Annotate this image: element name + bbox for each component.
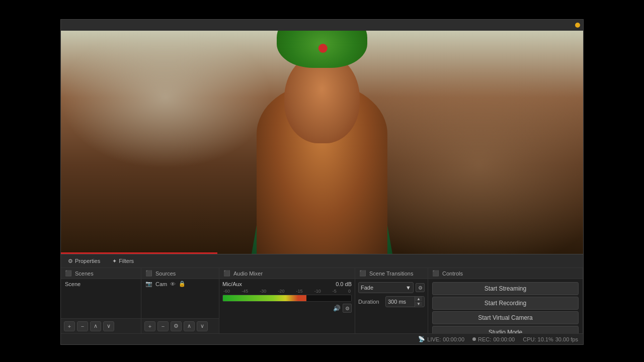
cpu-status: CPU: 10.1% 30.00 fps: [523, 336, 578, 342]
rec-label: REC:: [478, 336, 491, 342]
transitions-panel-icon: ⬛: [359, 270, 366, 277]
sources-panel-icon: ⬛: [145, 270, 152, 277]
duration-down-button[interactable]: ▼: [415, 302, 422, 307]
scenes-panel-icon: ⬛: [65, 270, 72, 277]
camera-feed: [61, 31, 583, 254]
transitions-settings: Fade ▼ ⚙ Duration 300 ms: [355, 279, 428, 310]
audio-channel-header: Mic/Aux 0.0 dB: [222, 281, 352, 287]
duration-value: 300 ms: [388, 299, 406, 305]
preview-progress-bar: [61, 252, 217, 254]
transition-type-chevron: ▼: [406, 285, 411, 291]
controls-panel: ⬛ Controls Start Streaming Start Recordi…: [428, 268, 583, 333]
audio-panel-content: Mic/Aux 0.0 dB -60 -45 -30 -20 -15 -10 -…: [219, 279, 355, 333]
meter-scale: -60 -45 -30 -20 -15 -10 -5 0: [222, 289, 352, 294]
source-eye-icon[interactable]: 👁: [170, 281, 176, 287]
source-settings-button[interactable]: ⚙: [171, 321, 182, 331]
rec-status: REC: 00:00:00: [472, 336, 515, 342]
duration-spinners: ▲ ▼: [415, 297, 422, 307]
live-label: LIVE:: [427, 336, 441, 342]
duration-label: Duration: [358, 299, 383, 305]
rec-dot: [472, 337, 476, 341]
audio-panel-icon: ⬛: [223, 270, 230, 277]
preview-area: [61, 31, 583, 254]
title-bar: [61, 20, 583, 31]
source-gear-icon: ⚙: [174, 323, 179, 329]
scenes-header-label: Scenes: [75, 270, 94, 277]
studio-mode-button[interactable]: Studio Mode: [432, 326, 579, 333]
panels-row: ⬛ Scenes Scene + − ∧: [61, 268, 583, 333]
audio-level-meter: [222, 295, 352, 302]
remove-scene-button[interactable]: −: [77, 321, 88, 331]
audio-controls: 🔊 ⚙: [222, 304, 352, 313]
move-scene-up-button[interactable]: ∧: [90, 321, 101, 331]
transition-type-select[interactable]: Fade ▼: [358, 282, 414, 293]
live-status: 📡 LIVE: 00:00:00: [418, 336, 464, 342]
transition-settings-button[interactable]: ⚙: [416, 283, 425, 292]
mic-channel-db: 0.0 dB: [336, 281, 352, 287]
audio-settings-button[interactable]: ⚙: [343, 304, 352, 313]
sources-header-label: Sources: [155, 270, 176, 277]
move-scene-down-button[interactable]: ∨: [103, 321, 114, 331]
transition-type-value: Fade: [361, 285, 373, 291]
transition-gear-icon: ⚙: [418, 285, 423, 291]
remove-source-button[interactable]: −: [157, 321, 169, 331]
audio-channel-mic: Mic/Aux 0.0 dB -60 -45 -30 -20 -15 -10 -…: [219, 279, 355, 315]
audio-panel-header: ⬛ Audio Mixer: [219, 268, 355, 279]
transitions-panel-content: Fade ▼ ⚙ Duration 300 ms: [355, 279, 428, 333]
transitions-header-label: Scene Transitions: [369, 270, 413, 277]
status-bar: 📡 LIVE: 00:00:00 REC: 00:00:00 CPU: 10.1…: [61, 333, 583, 344]
filters-label: Filters: [119, 258, 134, 264]
mute-button[interactable]: 🔊: [333, 305, 341, 312]
controls-panel-content: Start Streaming Start Recording Start Vi…: [428, 279, 583, 333]
bottom-panels: ⚙ Properties ✦ Filters ⬛ Scenes Scene: [61, 254, 583, 344]
duration-up-button[interactable]: ▲: [415, 297, 422, 302]
obs-window: ⚙ Properties ✦ Filters ⬛ Scenes Scene: [60, 19, 584, 345]
rec-time: 00:00:00: [493, 336, 515, 342]
live-time: 00:00:00: [443, 336, 464, 342]
scenes-panel-header: ⬛ Scenes: [61, 268, 141, 279]
mic-channel-name: Mic/Aux: [222, 281, 242, 287]
camera-source-icon: 📷: [145, 281, 152, 287]
properties-icon: ⚙: [68, 258, 73, 264]
hat-flower: [318, 44, 328, 53]
wifi-icon: 📡: [418, 336, 425, 342]
scenes-toolbar: + − ∧ ∨: [61, 318, 141, 333]
sources-toolbar: + − ⚙ ∧ ∨: [141, 318, 219, 333]
sources-panel: ⬛ Sources 📷 Cam 👁 🔒 + −: [141, 268, 219, 333]
properties-label: Properties: [75, 258, 100, 264]
source-lock-icon[interactable]: 🔒: [179, 281, 186, 287]
audio-header-label: Audio Mixer: [233, 270, 263, 277]
controls-panel-header: ⬛ Controls: [428, 268, 583, 279]
add-scene-button[interactable]: +: [64, 321, 75, 331]
controls-header-label: Controls: [442, 270, 463, 277]
controls-panel-icon: ⬛: [432, 270, 439, 277]
properties-button[interactable]: ⚙ Properties: [65, 257, 103, 265]
start-streaming-button[interactable]: Start Streaming: [432, 282, 579, 295]
filters-icon: ✦: [112, 258, 117, 264]
move-source-down-button[interactable]: ∨: [197, 321, 208, 331]
scenes-panel: ⬛ Scenes Scene + − ∧: [61, 268, 141, 333]
scene-item[interactable]: Scene: [61, 279, 141, 289]
scene-transitions-panel: ⬛ Scene Transitions Fade ▼ ⚙: [355, 268, 428, 333]
window-dot: [575, 23, 580, 28]
start-virtual-camera-button[interactable]: Start Virtual Camera: [432, 311, 579, 324]
filters-button[interactable]: ✦ Filters: [109, 257, 137, 265]
add-source-button[interactable]: +: [144, 321, 155, 331]
scenes-panel-content: Scene: [61, 279, 141, 318]
sources-panel-content: 📷 Cam 👁 🔒: [141, 279, 219, 318]
person-hat: [277, 31, 367, 68]
start-recording-button[interactable]: Start Recording: [432, 297, 579, 310]
controls-buttons: Start Streaming Start Recording Start Vi…: [428, 279, 583, 333]
transitions-panel-header: ⬛ Scene Transitions: [355, 268, 428, 279]
cpu-label: CPU: 10.1%: [523, 336, 553, 342]
duration-row: Duration 300 ms ▲ ▼: [358, 296, 425, 307]
fps-label: 30.00 fps: [555, 336, 578, 342]
duration-input[interactable]: 300 ms ▲ ▼: [385, 296, 425, 307]
source-item[interactable]: 📷 Cam 👁 🔒: [141, 279, 219, 289]
audio-meter-fill: [223, 295, 306, 301]
transition-type-row: Fade ▼ ⚙: [358, 282, 425, 293]
sources-panel-header: ⬛ Sources: [141, 268, 219, 279]
audio-mixer-panel: ⬛ Audio Mixer Mic/Aux 0.0 dB -60 -45 -30: [219, 268, 355, 333]
audio-gear-icon: ⚙: [345, 306, 350, 311]
move-source-up-button[interactable]: ∧: [184, 321, 195, 331]
